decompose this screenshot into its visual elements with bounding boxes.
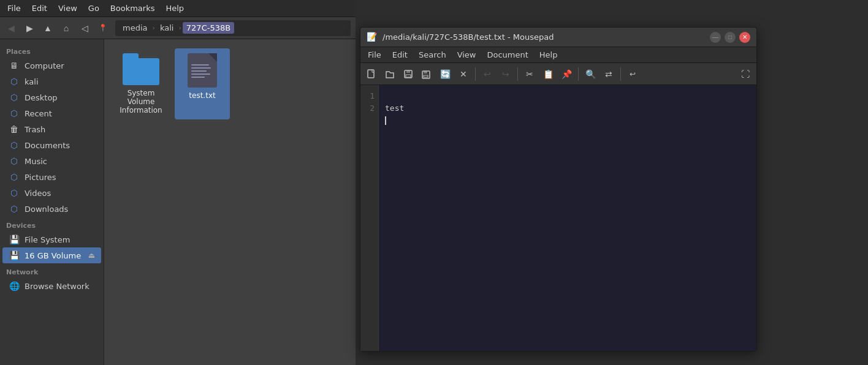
toolbar-separator-1 (475, 67, 476, 81)
editor-text-area[interactable]: test (379, 85, 756, 351)
menu-go[interactable]: Go (83, 2, 104, 15)
open-btn[interactable] (381, 66, 398, 83)
sidebar-item-browse-network-label: Browse Network (25, 282, 89, 291)
save-btn[interactable] (400, 66, 417, 83)
toggle-location-button[interactable]: 📍 (94, 20, 112, 37)
sidebar-item-documents-label: Documents (25, 141, 70, 150)
sidebar-item-downloads[interactable]: ⬡ Downloads (2, 201, 101, 217)
folder-label: System Volume Information (118, 89, 164, 115)
recent-icon: ⬡ (9, 108, 20, 119)
window-title: /media/kali/727C-538B/test.txt - Mousepa… (383, 32, 710, 42)
sidebar-item-videos[interactable]: ⬡ Videos (2, 185, 101, 201)
prev-location-button[interactable]: ◁ (76, 20, 93, 37)
editor-menu-help[interactable]: Help (535, 49, 563, 61)
minimize-button[interactable]: — (710, 32, 721, 43)
sidebar-item-trash[interactable]: 🗑 Trash (2, 121, 101, 137)
eject-icon[interactable]: ⏏ (88, 251, 95, 260)
downloads-icon: ⬡ (9, 203, 20, 214)
reload-btn[interactable]: 🔄 (436, 66, 454, 83)
breadcrumb-volume[interactable]: 727C-538B (183, 22, 234, 34)
sidebar-item-16gb[interactable]: 💾 16 GB Volume ⏏ (2, 247, 101, 263)
editor-menu-document[interactable]: Document (482, 49, 533, 61)
sidebar-item-kali-label: kali (25, 77, 39, 86)
new-btn[interactable] (363, 66, 380, 83)
menu-edit[interactable]: Edit (27, 2, 52, 15)
undo-btn[interactable]: ↩ (479, 66, 496, 83)
paste-btn[interactable]: 📌 (558, 66, 575, 83)
sidebar-item-computer-label: Computer (25, 61, 64, 70)
editor-toolbar: 🔄 ✕ ↩ ↪ ✂ 📋 📌 🔍 ⇄ ↩ ⛶ (360, 63, 756, 85)
editor-menu-edit[interactable]: Edit (387, 49, 413, 61)
breadcrumb-bar: media › kali › 727C-538B (115, 20, 351, 36)
menu-view[interactable]: View (53, 2, 82, 15)
svg-rect-6 (424, 75, 428, 77)
filesystem-icon: 💾 (9, 234, 20, 245)
editor-menu-search[interactable]: Search (414, 49, 451, 61)
mousepad-window: 📝 /media/kali/727C-538B/test.txt - Mouse… (360, 27, 757, 352)
forward-button[interactable]: ▶ (21, 20, 38, 37)
volume-icon: 💾 (9, 250, 20, 261)
file-label: test.txt (189, 91, 215, 100)
sidebar-item-desktop[interactable]: ⬡ Desktop (2, 89, 101, 105)
sidebar-item-documents[interactable]: ⬡ Documents (2, 137, 101, 153)
close-button[interactable]: ✕ (739, 32, 750, 43)
file-area: System Volume Information test.txt (104, 39, 356, 365)
close-file-btn[interactable]: ✕ (455, 66, 472, 83)
network-icon: 🌐 (9, 280, 20, 292)
find-btn[interactable]: 🔍 (582, 66, 599, 83)
svg-rect-2 (406, 70, 410, 73)
sidebar-item-computer[interactable]: 🖥 Computer (2, 58, 101, 73)
redo-btn[interactable]: ↪ (497, 66, 514, 83)
breadcrumb-kali[interactable]: kali (156, 22, 178, 34)
editor-menu-view[interactable]: View (452, 49, 481, 61)
sidebar-item-16gb-label: 16 GB Volume (25, 251, 81, 260)
svg-rect-5 (424, 71, 427, 73)
network-label: Network (0, 263, 104, 278)
sidebar-item-pictures[interactable]: ⬡ Pictures (2, 169, 101, 185)
sidebar-item-pictures-label: Pictures (25, 173, 56, 182)
line-number-2: 2 (365, 102, 375, 115)
app-icon: 📝 (367, 32, 378, 43)
breadcrumb-media[interactable]: media (119, 22, 151, 34)
back-button[interactable]: ◀ (2, 20, 20, 37)
copy-btn[interactable]: 📋 (539, 66, 557, 83)
maximize-button[interactable]: □ (725, 32, 736, 43)
list-item[interactable]: System Volume Information (113, 48, 169, 119)
pictures-icon: ⬡ (9, 171, 20, 182)
computer-icon: 🖥 (9, 60, 20, 71)
window-controls: — □ ✕ (710, 32, 750, 43)
folder-icon (123, 53, 159, 85)
text-cursor (385, 116, 386, 125)
sidebar: Places 🖥 Computer ⬡ kali ⬡ Desktop ⬡ Rec… (0, 39, 104, 365)
file-manager-main: Places 🖥 Computer ⬡ kali ⬡ Desktop ⬡ Rec… (0, 39, 356, 365)
documents-icon: ⬡ (9, 140, 20, 151)
fullscreen-btn[interactable]: ⛶ (737, 66, 754, 83)
trash-icon: 🗑 (9, 124, 20, 135)
svg-rect-3 (406, 75, 411, 77)
home-button[interactable]: ⌂ (58, 20, 75, 37)
sidebar-item-browse-network[interactable]: 🌐 Browse Network (2, 278, 101, 294)
sidebar-item-music[interactable]: ⬡ Music (2, 153, 101, 169)
save-all-btn[interactable] (418, 66, 435, 83)
menu-bookmarks[interactable]: Bookmarks (105, 2, 160, 15)
editor-content: 1 2 test (360, 85, 756, 351)
breadcrumb-sep-1: › (151, 24, 156, 32)
toolbar-separator-3 (578, 67, 579, 81)
sidebar-item-music-label: Music (25, 157, 47, 166)
menu-file[interactable]: File (2, 2, 26, 15)
sidebar-item-recent[interactable]: ⬡ Recent (2, 105, 101, 121)
menu-help[interactable]: Help (161, 2, 189, 15)
editor-menu-file[interactable]: File (363, 49, 386, 61)
music-icon: ⬡ (9, 156, 20, 167)
replace-btn[interactable]: ⇄ (600, 66, 617, 83)
sidebar-item-kali[interactable]: ⬡ kali (2, 73, 101, 89)
line-2-text (385, 116, 386, 125)
sidebar-item-filesystem[interactable]: 💾 File System (2, 231, 101, 247)
up-button[interactable]: ▲ (39, 20, 56, 37)
line-number-1: 1 (365, 90, 375, 102)
cut-btn[interactable]: ✂ (521, 66, 538, 83)
undo-hist-btn[interactable]: ↩ (624, 66, 641, 83)
sidebar-item-desktop-label: Desktop (25, 93, 58, 102)
devices-label: Devices (0, 217, 104, 231)
list-item[interactable]: test.txt (175, 48, 230, 119)
